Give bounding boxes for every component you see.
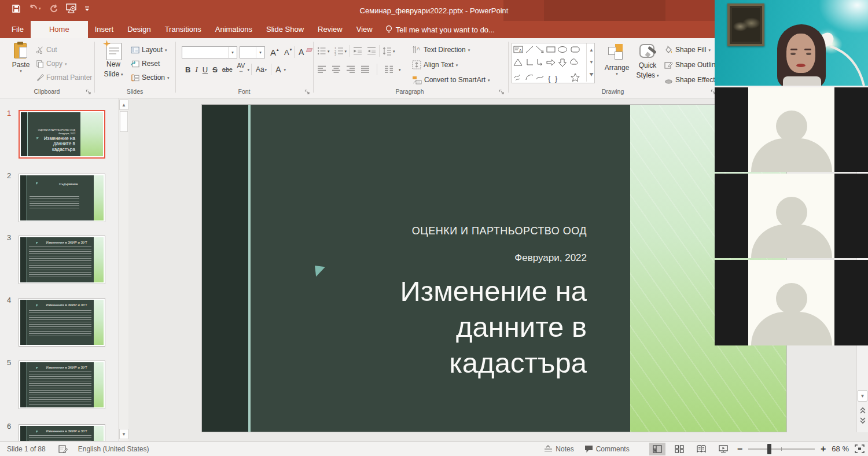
text-direction-button[interactable]: A Text Direction▾ xyxy=(412,44,470,56)
cut-button[interactable]: Cut xyxy=(36,44,57,56)
character-spacing-button[interactable]: AV↔ xyxy=(235,63,248,76)
shrink-font-button[interactable]: A▾ xyxy=(282,46,294,58)
layout-button[interactable]: Layout▾ xyxy=(131,44,167,56)
shape-gallery[interactable]: A { } xyxy=(512,43,595,83)
align-left-button[interactable] xyxy=(317,65,326,73)
tab-home[interactable]: Home xyxy=(31,21,88,38)
tab-insert[interactable]: Insert xyxy=(88,21,121,38)
fit-to-window-button[interactable] xyxy=(855,444,865,453)
align-text-button[interactable]: Align Text▾ xyxy=(412,59,458,71)
thumb-scroll-thumb[interactable] xyxy=(120,111,128,132)
bullets-button[interactable] xyxy=(317,46,326,56)
thumbnail-slide-6[interactable]: Изменения в ЗКИР и ЗУТ xyxy=(19,424,105,441)
align-right-button[interactable] xyxy=(346,65,355,73)
slide-text-block[interactable]: ОЦЕНКИ И ПАРТНЬОРСТВО ООД Февруари, 2022… xyxy=(400,225,587,381)
video-feed-webcam[interactable] xyxy=(715,0,868,86)
slide-counter[interactable]: Slide 1 of 88 xyxy=(7,445,46,453)
thumbnail-slide-5[interactable]: Изменения в ЗКИР и ЗУТ xyxy=(19,361,105,409)
font-dialog-launcher[interactable] xyxy=(304,89,310,95)
notes-button[interactable]: Notes xyxy=(544,445,573,453)
next-slide-button[interactable] xyxy=(859,417,867,424)
justify-button[interactable] xyxy=(361,65,370,73)
clear-formatting-button[interactable]: A xyxy=(296,46,312,58)
section-button[interactable]: Section▾ xyxy=(131,72,170,83)
slideshow-view-button[interactable] xyxy=(715,443,731,455)
columns-button[interactable] xyxy=(384,65,393,73)
tab-transitions[interactable]: Transitions xyxy=(158,21,208,38)
chevron-down-icon[interactable]: ▾ xyxy=(247,68,249,72)
numbering-button[interactable]: 123 xyxy=(334,46,344,56)
tab-slideshow[interactable]: Slide Show xyxy=(259,21,311,38)
shape-fill-button[interactable]: Shape Fill▾ xyxy=(664,44,711,56)
line-spacing-button[interactable] xyxy=(382,46,392,56)
slide-sorter-view-button[interactable] xyxy=(671,443,687,455)
paragraph-dialog-launcher[interactable] xyxy=(499,89,505,95)
video-feed-participant-4[interactable] xyxy=(715,260,868,345)
thumbnail-slide-1[interactable]: ОЦЕНКИ И ПАРТНЬОРСТВО ООД Февруари, 2022… xyxy=(19,110,105,159)
shadow-button[interactable]: S xyxy=(210,63,220,76)
gallery-scroll-down-icon[interactable]: ▼ xyxy=(587,56,596,68)
reading-view-button[interactable] xyxy=(693,443,709,455)
zoom-level[interactable]: 68 % xyxy=(832,444,849,453)
font-color-button[interactable]: A▾ xyxy=(273,63,288,76)
video-feed-participant-3[interactable] xyxy=(715,174,868,258)
language-indicator[interactable]: English (United States) xyxy=(78,445,149,453)
slide-thumbnail-panel: 1 ОЦЕНКИ И ПАРТНЬОРСТВО ООД Февруари, 20… xyxy=(0,98,118,441)
increase-indent-button[interactable] xyxy=(367,46,376,56)
italic-button[interactable]: I xyxy=(193,63,200,76)
normal-view-button[interactable] xyxy=(649,443,665,455)
thumbnail-slide-2[interactable]: Съдържание xyxy=(19,174,105,222)
undo-icon[interactable]: ▾ xyxy=(29,4,41,13)
paste-button[interactable]: Paste ▾ xyxy=(8,42,34,86)
thumb-scroll-up-button[interactable]: ▲ xyxy=(119,100,128,110)
redo-icon[interactable] xyxy=(49,4,58,13)
zoom-out-button[interactable]: − xyxy=(737,444,742,454)
font-size-combobox[interactable]: ▾ xyxy=(240,46,265,58)
save-icon[interactable] xyxy=(12,4,21,13)
font-name-combobox[interactable]: ▾ xyxy=(182,46,237,58)
change-case-button[interactable]: Aa▾ xyxy=(253,63,269,76)
zoom-slider-thumb[interactable] xyxy=(767,444,771,454)
customize-qat-icon[interactable] xyxy=(84,6,90,12)
start-from-beginning-icon[interactable] xyxy=(66,3,76,13)
spellcheck-icon[interactable] xyxy=(58,444,68,453)
gallery-scroll-up-icon[interactable]: ▲ xyxy=(587,44,596,56)
copy-button[interactable]: Copy▾ xyxy=(36,58,67,69)
new-slide-button[interactable]: New Slide▾ xyxy=(100,42,127,86)
thumbnail-slide-4[interactable]: Изменения в ЗКИР и ЗУТ xyxy=(19,298,105,347)
thumbnail-slide-3[interactable]: Изменения в ЗКИР и ЗУТ xyxy=(19,236,105,284)
tab-animations[interactable]: Animations xyxy=(208,21,259,38)
tab-file[interactable]: File xyxy=(5,21,31,38)
bold-button[interactable]: B xyxy=(183,63,193,76)
underline-button[interactable]: U xyxy=(200,63,210,76)
video-feed-participant-2[interactable] xyxy=(715,87,868,172)
comments-button[interactable]: Comments xyxy=(584,445,630,453)
thumbnail-scrollbar[interactable]: ▲ ▼ xyxy=(118,98,128,441)
tab-review[interactable]: Review xyxy=(311,21,350,38)
shape-fill-icon xyxy=(664,46,673,54)
quick-styles-button[interactable]: Quick Styles▾ xyxy=(634,43,661,86)
strikethrough-button[interactable]: abc xyxy=(220,63,235,76)
shape-effects-button[interactable]: Shape Effects xyxy=(664,74,719,86)
clipboard-dialog-launcher[interactable] xyxy=(86,89,91,95)
grow-font-button[interactable]: A▴ xyxy=(268,46,281,58)
previous-slide-button[interactable] xyxy=(859,406,867,414)
reset-button[interactable]: Reset xyxy=(131,58,160,69)
gallery-more-icon[interactable]: ▬▼ xyxy=(587,68,596,80)
chevron-down-icon[interactable]: ▾ xyxy=(228,47,237,58)
thumb-scroll-down-button[interactable]: ▼ xyxy=(119,429,128,439)
tab-view[interactable]: View xyxy=(350,21,380,38)
tab-design[interactable]: Design xyxy=(120,21,157,38)
format-painter-button[interactable]: Format Painter xyxy=(36,72,92,83)
convert-to-smartart-button[interactable]: Convert to SmartArt▾ xyxy=(412,74,490,86)
zoom-in-button[interactable]: + xyxy=(821,444,826,454)
zoom-slider[interactable] xyxy=(748,448,815,450)
align-center-button[interactable] xyxy=(332,65,341,73)
slide-canvas[interactable]: ОЦЕНКИ И ПАРТНЬОРСТВО ООД Февруари, 2022… xyxy=(201,104,787,432)
decrease-indent-button[interactable] xyxy=(353,46,362,56)
arrange-button[interactable]: Arrange ▾ xyxy=(602,43,632,86)
shape-outline-button[interactable]: Shape Outline xyxy=(664,59,719,71)
scroll-down-button[interactable]: ▼ xyxy=(858,390,867,402)
chevron-down-icon[interactable]: ▾ xyxy=(256,47,264,58)
tell-me-box[interactable]: Tell me what you want to do... xyxy=(380,21,501,38)
